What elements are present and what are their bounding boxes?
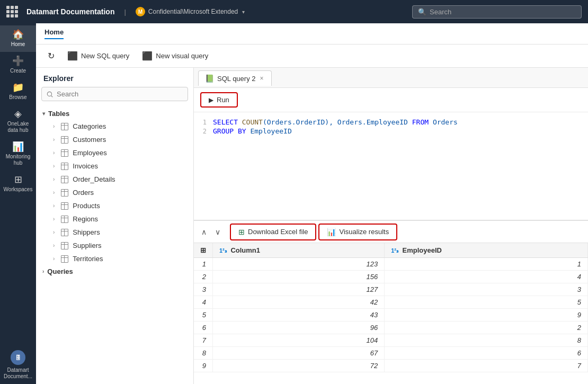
- divider: |: [124, 8, 126, 16]
- app-title: Datamart Documentation: [26, 7, 114, 16]
- badge-icon: M: [136, 7, 145, 16]
- apps-icon[interactable]: [6, 6, 18, 17]
- top-search-box[interactable]: 🔍: [412, 5, 582, 19]
- top-bar: Datamart Documentation | M Confidential\…: [0, 0, 588, 23]
- confidential-badge: M Confidential\Microsoft Extended ▾: [136, 7, 245, 16]
- search-icon: 🔍: [418, 8, 426, 16]
- confidential-label: Confidential\Microsoft Extended: [148, 8, 238, 15]
- search-input[interactable]: [430, 8, 576, 16]
- chevron-down-icon[interactable]: ▾: [242, 9, 245, 15]
